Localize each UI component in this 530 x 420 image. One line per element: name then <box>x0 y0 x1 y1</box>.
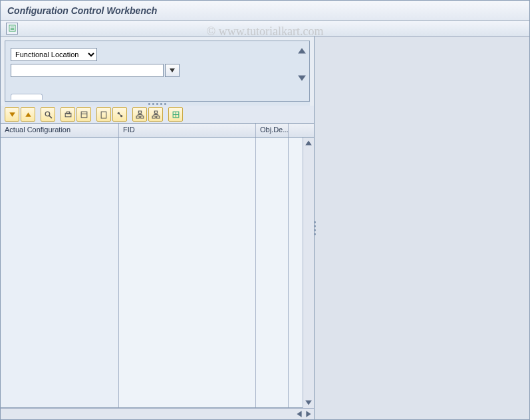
svg-rect-13 <box>81 112 87 118</box>
grid-header: Actual Configuration FID Obj.De... <box>1 123 314 138</box>
detail-button[interactable] <box>168 107 183 122</box>
svg-rect-20 <box>136 116 139 118</box>
object-type-select[interactable]: Functional Location <box>11 48 97 61</box>
titlebar: Configuration Control Workbench <box>1 1 529 21</box>
svg-rect-27 <box>152 116 155 118</box>
svg-rect-19 <box>138 111 141 113</box>
svg-rect-28 <box>156 116 159 118</box>
menubar <box>1 21 529 37</box>
panel-scroll-up-icon[interactable] <box>297 47 307 56</box>
svg-rect-15 <box>101 112 106 118</box>
svg-point-9 <box>45 112 50 116</box>
selector-panel: Functional Location <box>5 41 310 102</box>
link-button[interactable] <box>112 107 127 122</box>
find-button[interactable] <box>41 107 55 122</box>
create-button[interactable] <box>96 107 111 122</box>
menu-list-icon[interactable] <box>6 23 18 35</box>
grid-col-2 <box>119 138 256 407</box>
grid-body-wrap <box>1 138 314 408</box>
scroll-right-icon[interactable] <box>305 410 313 418</box>
svg-line-18 <box>118 113 121 116</box>
svg-rect-21 <box>140 116 143 118</box>
column-header-fid[interactable]: FID <box>119 124 256 137</box>
svg-rect-26 <box>154 111 157 113</box>
grid-horizontal-scrollbar[interactable] <box>1 408 314 419</box>
page-title: Configuration Control Workbench <box>7 5 157 16</box>
svg-marker-6 <box>298 76 306 81</box>
svg-marker-37 <box>305 400 312 405</box>
truncated-button[interactable] <box>11 94 43 100</box>
grid-vertical-scrollbar[interactable] <box>303 138 314 408</box>
vertical-splitter[interactable] <box>312 215 317 241</box>
hierarchy-2-button[interactable] <box>148 107 163 122</box>
expand-all-button[interactable] <box>5 107 19 122</box>
collapse-all-button[interactable] <box>21 107 35 122</box>
grid-col-3 <box>256 138 289 407</box>
column-header-actual-config[interactable]: Actual Configuration <box>1 124 119 137</box>
body-area: Functional Location <box>1 37 529 419</box>
value-help-button[interactable] <box>165 64 180 77</box>
hierarchy-1-button[interactable] <box>132 107 147 122</box>
svg-marker-5 <box>298 48 306 53</box>
scroll-up-icon[interactable] <box>305 139 313 147</box>
panel-scroll-down-icon[interactable] <box>297 73 307 82</box>
svg-marker-7 <box>9 112 15 117</box>
scroll-left-icon[interactable] <box>295 410 303 418</box>
scroll-down-icon[interactable] <box>305 399 313 407</box>
right-pane <box>315 37 529 419</box>
layout-button[interactable] <box>76 107 91 122</box>
grid-body <box>1 138 303 408</box>
svg-marker-8 <box>25 112 31 117</box>
svg-marker-36 <box>305 140 312 145</box>
column-header-objde[interactable]: Obj.De... <box>256 124 289 137</box>
grid-col-1 <box>1 138 119 407</box>
svg-line-10 <box>49 116 52 118</box>
object-id-input[interactable] <box>11 64 164 77</box>
print-button[interactable] <box>61 107 75 122</box>
grid-toolbar <box>1 106 314 123</box>
app-window: Configuration Control Workbench © www.tu… <box>0 0 530 420</box>
column-header-scroll-spacer <box>289 124 300 137</box>
svg-marker-38 <box>297 411 301 417</box>
svg-marker-39 <box>306 411 311 417</box>
left-pane: Functional Location <box>1 37 315 419</box>
svg-marker-4 <box>170 68 175 72</box>
